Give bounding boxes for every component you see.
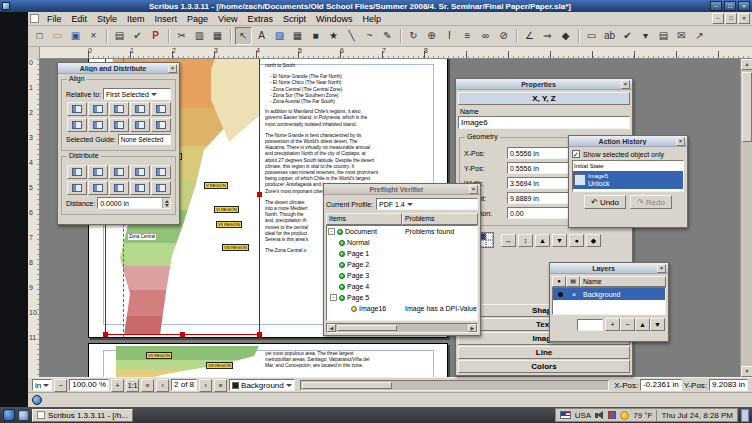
menu-style[interactable]: Style [92, 13, 122, 25]
align-left-sides-button[interactable] [88, 102, 108, 116]
flip-vertical-icon[interactable]: ↕ [518, 234, 533, 247]
layer-combo[interactable]: Background [229, 379, 295, 391]
chile-map-image-2[interactable]: VII REGIÓNVIII REGIÓN [106, 346, 259, 377]
pdf-text-annotation-icon[interactable]: ✉ [673, 27, 690, 45]
rotate-item-icon[interactable]: ↻ [405, 27, 422, 45]
distribute-left-sides-button[interactable] [67, 165, 87, 179]
measurements-icon[interactable]: ∠ [521, 27, 538, 45]
properties-tab-colors[interactable]: Colors [458, 360, 630, 373]
align-tops-button[interactable] [88, 118, 108, 132]
last-page-button[interactable]: » [214, 379, 227, 392]
taskbar-window-button[interactable]: Scribus 1.3.3.11 - [/h... [32, 409, 133, 422]
scroll-left-icon[interactable]: ◀ [327, 324, 336, 332]
preflight-verifier-icon[interactable]: ✔ [129, 27, 146, 45]
keyboard-layout-label[interactable]: USA [575, 411, 591, 420]
layer-blend-combo[interactable] [577, 319, 603, 331]
raise-level-icon[interactable]: ▲ [535, 234, 550, 247]
scroll-up-icon[interactable]: ▲ [741, 59, 752, 70]
clock[interactable]: Thu Jul 24, 8:28 PM [661, 411, 733, 420]
unit-combo[interactable]: in [32, 379, 52, 391]
preflight-row-page-4[interactable]: Page 4 [327, 281, 477, 292]
name-column-header[interactable]: Name [580, 276, 666, 287]
insert-freehand-icon[interactable]: ✎ [379, 27, 396, 45]
distribute-centers-horizontally-button[interactable] [88, 165, 108, 179]
unlink-text-frames-icon[interactable]: ⊘ [495, 27, 512, 45]
tree-expander-icon[interactable]: - [330, 294, 337, 301]
distribute-bottoms-button[interactable] [109, 181, 129, 195]
align-bottoms-button[interactable] [130, 118, 150, 132]
maximize-button[interactable]: □ [724, 1, 736, 11]
volume-icon[interactable] [595, 411, 604, 420]
zoom-out-button[interactable]: − [54, 379, 67, 392]
show-selected-checkbox[interactable]: ✓ [572, 150, 580, 158]
horizontal-ruler[interactable]: 012345678 [28, 47, 752, 59]
mdi-minimize-button[interactable]: – [712, 13, 724, 24]
lower-level-icon[interactable]: ▼ [552, 234, 567, 247]
window-titlebar[interactable]: Scribus 1.3.3.11 - [/home/zach/Documents… [0, 0, 752, 12]
document-page-2[interactable]: VII REGIÓNVIII REGIÓN yet most populous … [88, 343, 448, 377]
align-right-sides-button[interactable] [130, 102, 150, 116]
cut-icon[interactable]: ✂ [173, 27, 190, 45]
launcher-icon[interactable] [3, 409, 15, 421]
zoom-value[interactable]: 100.00 % [69, 379, 109, 391]
zoom-reset-button[interactable]: 1:1 [126, 379, 139, 392]
align-centers-vertical-axis-button[interactable] [109, 102, 129, 116]
lock-size-icon[interactable]: ◆ [586, 234, 601, 247]
redo-button[interactable]: ↷Redo [630, 195, 672, 209]
distribute-tops-button[interactable] [67, 181, 87, 195]
preflight-row-page-3[interactable]: Page 3 [327, 270, 477, 281]
ruler-origin-box[interactable] [28, 47, 40, 59]
tree-expander-icon[interactable]: - [328, 228, 335, 235]
next-page-button[interactable]: › [199, 379, 212, 392]
pdf-checkbox-icon[interactable]: ✔ [619, 27, 636, 45]
align-right-sides-to-left-of-anchor-button[interactable] [67, 102, 87, 116]
menu-file[interactable]: File [42, 13, 67, 25]
dialog-titlebar[interactable]: Preflight Verifier × [324, 184, 480, 195]
pager-icon[interactable] [741, 409, 749, 422]
open-file-icon[interactable]: ▭ [49, 27, 66, 45]
insert-line-icon[interactable]: ╲ [343, 27, 360, 45]
distance-spinner[interactable]: 0.0000 in [97, 197, 171, 209]
menu-insert[interactable]: Insert [150, 13, 183, 25]
insert-polygon-icon[interactable]: ★ [325, 27, 342, 45]
edit-contents-icon[interactable]: I [441, 27, 458, 45]
insert-text-frame-icon[interactable]: A [253, 27, 270, 45]
vertical-scrollbar[interactable]: ▲ ▼ [740, 59, 752, 377]
tray-app-icon[interactable] [608, 411, 616, 419]
pdf-push-button-icon[interactable]: ▭ [583, 27, 600, 45]
select-item-icon[interactable]: ↖ [235, 27, 252, 45]
menu-extras[interactable]: Extras [242, 13, 278, 25]
name-input[interactable]: Image6 [458, 116, 630, 129]
close-icon[interactable]: × [168, 64, 177, 73]
history-item-initial-state[interactable]: Initial State [573, 161, 683, 171]
align-centers-horizontal-axis-button[interactable] [109, 118, 129, 132]
flip-horizontal-icon[interactable]: ↔ [501, 234, 516, 247]
close-icon[interactable]: × [621, 80, 630, 89]
undo-button[interactable]: ↶Undo [584, 195, 626, 209]
menu-windows[interactable]: Windows [311, 13, 358, 25]
copy-icon[interactable]: ▥ [191, 27, 208, 45]
copy-properties-icon[interactable]: ⇒ [539, 27, 556, 45]
text-frame-column[interactable]: yet most populous area. The three larges… [265, 350, 442, 374]
layer-visible-dot-icon[interactable] [558, 292, 563, 297]
keyboard-flag-icon[interactable] [560, 411, 571, 419]
previous-page-button[interactable]: ‹ [156, 379, 169, 392]
zoom-in-button[interactable]: + [111, 379, 124, 392]
story-editor-icon[interactable]: ≡ [459, 27, 476, 45]
menu-view[interactable]: View [213, 13, 242, 25]
make-horizontal-gaps-equal-button[interactable] [130, 165, 150, 179]
horizontal-scrollbar[interactable] [300, 380, 609, 391]
raise-layer-button[interactable]: ▲ [635, 318, 650, 331]
lower-layer-button[interactable]: ▼ [650, 318, 665, 331]
preflight-row-normal[interactable]: Normal [327, 237, 477, 248]
close-icon[interactable]: × [676, 137, 685, 146]
menu-edit[interactable]: Edit [67, 13, 93, 25]
eyedropper-icon[interactable]: ◆ [557, 27, 574, 45]
properties-tab-xyz[interactable]: X, Y, Z [458, 92, 630, 105]
spinner-arrows-icon[interactable] [162, 198, 170, 208]
profile-combo[interactable]: PDF 1.4 [376, 198, 478, 210]
make-vertical-gaps-equal-button[interactable] [130, 181, 150, 195]
align-bottoms-to-top-of-anchor-button[interactable] [67, 118, 87, 132]
link-text-frames-icon[interactable]: ∞ [477, 27, 494, 45]
insert-bezier-icon[interactable]: ~ [361, 27, 378, 45]
